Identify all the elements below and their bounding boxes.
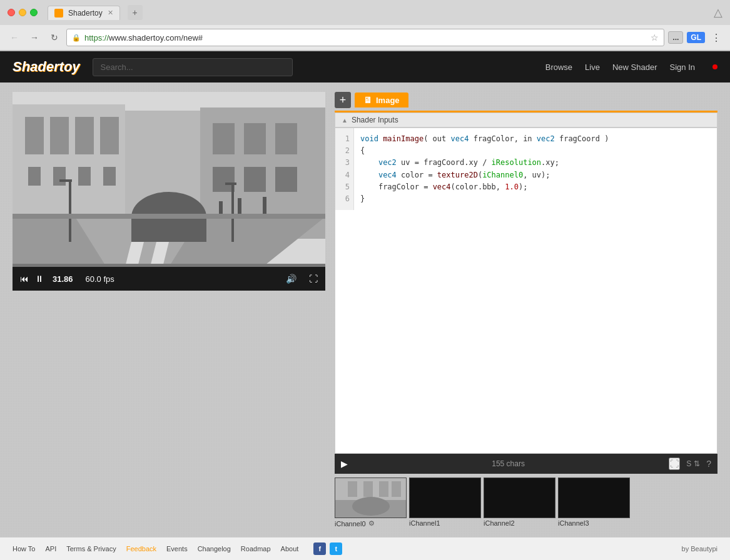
ssl-lock-icon: 🔒: [72, 34, 81, 42]
preview-time: 31.86: [53, 274, 73, 284]
maximize-button[interactable]: [30, 9, 38, 16]
toolbar-right: ... GL ⋮: [668, 31, 724, 44]
browser-menu-icon[interactable]: ⋮: [709, 32, 724, 44]
fullscreen-code-button[interactable]: ⛶: [669, 458, 680, 470]
run-button[interactable]: ▶: [341, 459, 348, 469]
font-size-label: S: [686, 459, 691, 468]
channel-1-thumbnail[interactable]: [409, 478, 481, 518]
channel-0: iChannel0 ⚙: [335, 478, 407, 528]
footer-social: f t: [313, 542, 342, 555]
svg-rect-40: [392, 481, 401, 497]
browser-chrome: Shadertoy ✕ + △ ← → ↻ 🔒 https://www.shad…: [0, 0, 730, 51]
volume-icon[interactable]: 🔊: [286, 274, 297, 284]
footer-about[interactable]: About: [281, 545, 299, 552]
fullscreen-button[interactable]: ⛶: [309, 274, 318, 284]
svg-rect-14: [275, 123, 297, 154]
channel-2-thumbnail[interactable]: [484, 478, 555, 518]
channel-strip: iChannel0 ⚙ iChannel1 iChannel2: [335, 478, 717, 528]
url-https: https://: [84, 33, 109, 42]
footer-credit: by Beautypi: [682, 545, 717, 552]
preview-viewport: [13, 92, 325, 267]
footer-feedback[interactable]: Feedback: [126, 545, 156, 552]
svg-rect-31: [238, 198, 241, 214]
nav-new-shader[interactable]: New Shader: [612, 62, 657, 72]
svg-rect-15: [213, 167, 235, 192]
svg-rect-25: [225, 182, 236, 185]
svg-rect-39: [379, 481, 388, 497]
site-nav-links: Browse Live New Shader Sign In: [545, 62, 717, 72]
nav-live[interactable]: Live: [585, 62, 600, 72]
svg-rect-4: [50, 117, 69, 154]
url-text: https://www.shadertoy.com/new#: [84, 33, 647, 42]
address-bar[interactable]: 🔒 https://www.shadertoy.com/new# ☆: [66, 29, 664, 46]
add-tab-button[interactable]: +: [335, 92, 351, 108]
code-content[interactable]: void mainImage( out vec4 fragColor, in v…: [354, 128, 717, 210]
minimize-button[interactable]: [19, 9, 26, 16]
svg-rect-13: [244, 123, 266, 154]
svg-rect-38: [363, 481, 373, 497]
collapse-icon: ▲: [342, 117, 348, 124]
bookmark-star-icon[interactable]: ☆: [651, 32, 659, 42]
footer-changelog[interactable]: Changelog: [198, 545, 231, 552]
channel-0-settings-icon[interactable]: ⚙: [368, 519, 375, 528]
footer-terms[interactable]: Terms & Privacy: [66, 545, 116, 552]
rewind-button[interactable]: ⏮: [20, 274, 29, 284]
extensions-button[interactable]: ...: [668, 31, 683, 44]
channel-1: iChannel1: [409, 478, 481, 528]
preview-fps: 60.0 fps: [86, 274, 114, 284]
tab-label: Image: [376, 96, 400, 105]
twitter-button[interactable]: t: [330, 542, 342, 555]
svg-rect-37: [348, 481, 357, 497]
search-input[interactable]: [93, 58, 293, 76]
svg-rect-9: [78, 167, 91, 186]
svg-rect-5: [75, 117, 94, 154]
channel-3-label: iChannel3: [558, 519, 630, 527]
svg-rect-22: [69, 179, 71, 242]
footer-roadmap[interactable]: Roadmap: [241, 545, 271, 552]
channel-2-label: iChannel2: [484, 519, 555, 527]
footer-api[interactable]: API: [45, 545, 56, 552]
svg-rect-27: [131, 217, 206, 242]
code-editor[interactable]: 123456 void mainImage( out vec4 fragColo…: [335, 128, 717, 454]
font-size-control: S ⇅: [686, 459, 700, 468]
help-button[interactable]: ?: [706, 459, 711, 469]
image-tab[interactable]: 🖥 Image: [355, 92, 408, 108]
shader-inputs-bar[interactable]: ▲ Shader Inputs: [335, 112, 717, 128]
channel-3-thumbnail[interactable]: [558, 478, 630, 518]
site-nav: Shadertoy Browse Live New Shader Sign In: [0, 51, 730, 82]
channel-0-id: iChannel0: [335, 520, 366, 528]
channel-0-thumbnail[interactable]: [335, 478, 407, 518]
browser-toolbar: ← → ↻ 🔒 https://www.shadertoy.com/new# ☆…: [0, 25, 730, 51]
editor-panel: + 🖥 Image ▲ Shader Inputs 123456 void ma…: [335, 92, 717, 528]
site-wrapper: Shadertoy Browse Live New Shader Sign In: [0, 51, 730, 560]
gl-button[interactable]: GL: [687, 32, 705, 43]
traffic-lights: [8, 9, 38, 16]
svg-rect-16: [244, 167, 266, 192]
forward-button[interactable]: →: [26, 29, 43, 46]
nav-sign-in[interactable]: Sign In: [670, 62, 695, 72]
svg-rect-24: [231, 182, 234, 242]
back-button[interactable]: ←: [6, 29, 23, 46]
font-size-stepper[interactable]: ⇅: [694, 459, 700, 468]
refresh-button[interactable]: ↻: [46, 29, 63, 46]
editor-tab-bar: + 🖥 Image: [335, 92, 717, 108]
svg-rect-12: [213, 123, 235, 154]
close-button[interactable]: [8, 9, 15, 16]
channel-1-id: iChannel1: [409, 519, 440, 527]
footer-events[interactable]: Events: [166, 545, 188, 552]
channel-3-id: iChannel3: [558, 519, 589, 527]
browser-tab[interactable]: Shadertoy ✕: [48, 6, 120, 20]
channel-2-id: iChannel2: [484, 519, 515, 527]
svg-rect-8: [53, 167, 66, 186]
code-lines: 123456 void mainImage( out vec4 fragColo…: [335, 128, 717, 210]
nav-browse[interactable]: Browse: [545, 62, 572, 72]
new-tab-button[interactable]: +: [128, 5, 143, 20]
browser-titlebar: Shadertoy ✕ + △: [0, 0, 730, 25]
facebook-button[interactable]: f: [313, 542, 326, 555]
tab-favicon: [54, 9, 63, 18]
char-count: 155 chars: [354, 459, 662, 468]
tab-close-button[interactable]: ✕: [108, 9, 113, 17]
footer-how-to[interactable]: How To: [13, 545, 35, 552]
svg-rect-29: [13, 264, 325, 267]
pause-button[interactable]: ⏸: [35, 274, 44, 284]
